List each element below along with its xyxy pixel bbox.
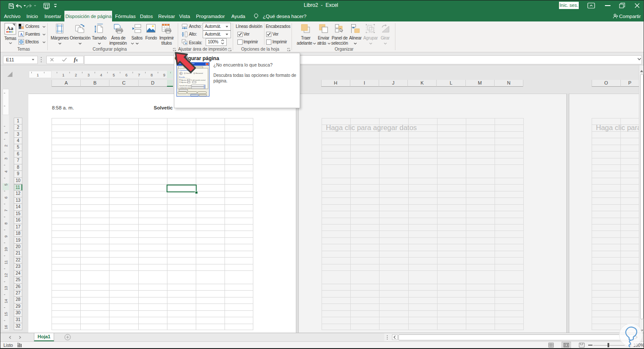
svg-text:9: 9 (163, 73, 165, 77)
svg-text:4: 4 (100, 73, 102, 77)
svg-text:3: 3 (4, 158, 8, 160)
svg-text:8: 8 (4, 222, 8, 225)
svg-text:6: 6 (125, 73, 128, 77)
svg-text:3: 3 (88, 73, 90, 77)
svg-text:2: 2 (75, 73, 77, 77)
svg-text:A: A (20, 32, 23, 37)
svg-text:6: 6 (4, 197, 8, 199)
svg-text:11: 11 (4, 260, 8, 264)
svg-text:16: 16 (4, 325, 8, 329)
svg-text:9: 9 (4, 235, 8, 237)
svg-text:12: 12 (4, 273, 8, 277)
svg-text:7: 7 (138, 73, 140, 77)
svg-text:10: 10 (4, 247, 8, 252)
svg-text:% del tamaño normal: % del tamaño normal (191, 79, 206, 81)
svg-text:1: 1 (36, 73, 39, 77)
svg-text:5: 5 (112, 73, 115, 77)
svg-text:Ajustar al: Ajustar al (181, 79, 188, 81)
svg-text:4: 4 (4, 170, 8, 173)
svg-text:8: 8 (151, 73, 153, 77)
svg-text:1: 1 (62, 73, 64, 77)
svg-text:2: 2 (4, 145, 8, 147)
svg-text:Ajustar a:: Ajustar a: (181, 82, 188, 83)
svg-text:5: 5 (4, 183, 8, 185)
svg-text:Tamaño del papel:: Tamaño del papel: (179, 85, 192, 87)
svg-text:15: 15 (4, 312, 8, 316)
svg-text:Aa: Aa (6, 25, 13, 31)
svg-text:14: 14 (4, 299, 8, 303)
svg-text:1: 1 (4, 132, 8, 134)
svg-text:7: 7 (4, 209, 8, 212)
svg-text:13: 13 (4, 286, 8, 290)
